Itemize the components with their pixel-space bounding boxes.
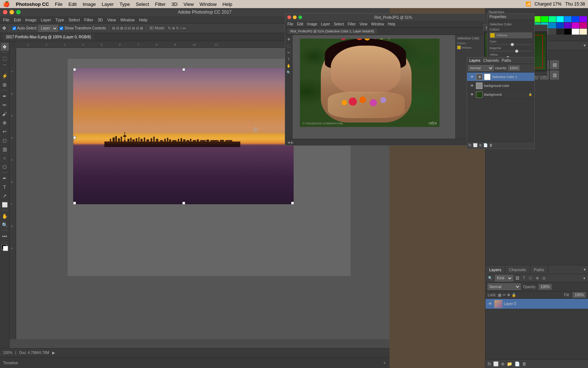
ps2-magenta-slider[interactable] <box>490 50 532 52</box>
ps2-paths-tab[interactable]: Paths <box>502 59 511 63</box>
type-menu[interactable]: Type <box>119 1 130 7</box>
edit-menu[interactable]: Edit <box>68 1 76 7</box>
swatch-white[interactable] <box>572 29 579 35</box>
transform-handle-tc[interactable] <box>182 68 185 71</box>
layer-kind-select[interactable]: Kind Name Effect Mode <box>495 275 513 282</box>
layer-fx-button[interactable]: fx <box>488 361 491 367</box>
minimize-button[interactable] <box>10 10 14 14</box>
ps2-tool-1[interactable]: ✥ <box>286 36 292 42</box>
panel-collapse-button[interactable]: ▼ <box>581 41 588 50</box>
ps2-file[interactable]: File <box>287 22 293 26</box>
ps2-mask-btn[interactable]: ⬜ <box>473 143 477 147</box>
help-menu[interactable]: Help <box>222 1 232 7</box>
text-tool[interactable]: T <box>1 183 9 191</box>
move-tool[interactable]: ✥ <box>1 43 9 51</box>
status-arrow[interactable]: ▶ <box>52 351 55 355</box>
swatch-purple[interactable] <box>580 16 587 22</box>
ps2-view[interactable]: View <box>359 22 368 26</box>
ps2-layer-bgcolor[interactable]: 👁 background color <box>467 81 534 90</box>
history-brush-tool[interactable]: ↩ <box>1 127 9 135</box>
ps-3d-menu[interactable]: 3D <box>98 18 103 22</box>
ps-window-menu[interactable]: Window <box>120 18 135 22</box>
lock-pixels[interactable]: ✏ <box>503 293 506 297</box>
ps2-vis-selective[interactable]: 👁 <box>469 74 474 79</box>
filter-icon-1[interactable]: 🖼 <box>514 276 520 280</box>
brush-tool[interactable]: 🖌 <box>1 110 9 118</box>
ps2-layer[interactable]: Layer <box>321 22 330 26</box>
ps2-tool-2[interactable]: ⬚ <box>286 43 292 49</box>
ps2-minimize-button[interactable] <box>293 15 297 19</box>
ps2-tool-6[interactable]: 🔍 <box>286 70 292 75</box>
opacity-value[interactable]: 100% <box>539 284 552 290</box>
transform-handle-bl[interactable] <box>73 202 76 205</box>
swatch-magenta[interactable] <box>572 22 579 28</box>
ps2-help[interactable]: Help <box>388 22 395 26</box>
layer-group-button[interactable]: 📁 <box>507 361 512 367</box>
tab-channels[interactable]: Channels <box>505 265 530 274</box>
ps2-tool-4[interactable]: T <box>286 56 292 62</box>
swatch-medium-blue[interactable] <box>549 22 556 28</box>
layer-menu[interactable]: Layer <box>102 1 114 7</box>
layer-mask-button[interactable]: ⬜ <box>493 361 499 367</box>
ps2-layer-selective[interactable]: 👁 ◑ Selective Color 1 <box>467 72 534 81</box>
ps2-layer-bg[interactable]: 👁 Background 🔒 <box>467 90 534 99</box>
ps2-close-button[interactable] <box>287 15 291 19</box>
ps2-cyan-handle[interactable] <box>511 43 514 46</box>
swatch-dark-blue[interactable] <box>556 22 564 28</box>
ps2-fx-btn[interactable]: fx <box>469 143 472 147</box>
ps-image-menu[interactable]: Image <box>25 18 37 22</box>
swatch-green-cyan[interactable] <box>549 16 556 22</box>
ps2-tool-5[interactable]: ✋ <box>286 63 292 69</box>
eraser-tool[interactable]: ◻ <box>1 136 9 144</box>
filter-icon-3[interactable]: ⬡ <box>528 276 533 280</box>
3d-menu[interactable]: 3D <box>172 1 178 7</box>
adj-saturation-btn[interactable]: ▧ <box>550 60 559 69</box>
clone-stamp-tool[interactable]: ⊕ <box>1 118 9 127</box>
zoom-tool[interactable]: 🔍 <box>1 221 9 229</box>
ps-select-menu[interactable]: Select <box>69 18 80 22</box>
crop-tool[interactable]: ⊞ <box>1 81 9 89</box>
lasso-tool[interactable]: ⌒ <box>1 63 9 71</box>
ps2-layers-tab[interactable]: Layers <box>469 59 480 63</box>
ps2-vis-bg[interactable]: 👁 <box>469 92 474 97</box>
ps2-vis-bgcolor[interactable]: 👁 <box>469 83 474 88</box>
window-menu[interactable]: Window <box>200 1 216 7</box>
ps-help-menu[interactable]: Help <box>139 18 148 22</box>
layer-visibility-0[interactable]: 👁 <box>488 301 493 307</box>
auto-select-dropdown[interactable]: Layer Group <box>38 25 58 32</box>
fill-value[interactable]: 100% <box>573 292 586 298</box>
gradient-tool[interactable]: ▥ <box>1 145 9 153</box>
filter-icon-4[interactable]: ⊕ <box>535 276 540 280</box>
select-menu[interactable]: Select <box>136 1 149 7</box>
shape-tool[interactable]: ⬜ <box>1 201 9 209</box>
lock-position[interactable]: ✥ <box>507 293 510 297</box>
swatch-blue-cyan[interactable] <box>564 16 571 22</box>
ps2-filter[interactable]: Filter <box>348 22 356 26</box>
hand-tool[interactable]: ✋ <box>1 212 9 220</box>
tab-layers[interactable]: Layers <box>485 265 505 274</box>
ps2-footer-nav[interactable]: ◀ ▶ <box>287 141 294 144</box>
ps2-del-btn[interactable]: 🗑 <box>489 143 493 147</box>
app-name-menu[interactable]: Photoshop CC <box>16 1 49 7</box>
swatch-black[interactable] <box>564 29 571 35</box>
ps2-adj-btn[interactable]: ⊕ <box>479 143 482 147</box>
foreground-color[interactable] <box>1 244 9 252</box>
ps2-magenta-handle[interactable] <box>515 50 518 53</box>
lock-all[interactable]: 🔒 <box>512 293 516 297</box>
maximize-button[interactable] <box>16 10 21 14</box>
path-select-tool[interactable]: ↗ <box>1 192 9 200</box>
swatch-blue[interactable] <box>572 16 579 22</box>
transform-handle-tl[interactable] <box>73 68 76 71</box>
swatch-green[interactable] <box>541 16 548 22</box>
ps-active-tab[interactable]: 2017 Portfolio Max-5.png @ 100% (Layer 0… <box>2 33 95 41</box>
dodge-tool[interactable]: ⬡ <box>1 163 9 171</box>
transform-handle-ml[interactable] <box>73 136 76 139</box>
pen-tool[interactable]: ✒ <box>1 174 9 182</box>
auto-select-checkbox[interactable] <box>12 26 16 30</box>
layer-adjustment-button[interactable]: ⊕ <box>501 361 505 367</box>
layer-item-0[interactable]: 👁 Layer 0 <box>485 299 588 309</box>
show-transform-checkbox[interactable] <box>60 26 63 30</box>
ps-layer-menu[interactable]: Layer <box>41 18 51 22</box>
ps2-window[interactable]: Window <box>371 22 384 26</box>
ps2-opacity-val[interactable]: 100% <box>508 66 520 71</box>
